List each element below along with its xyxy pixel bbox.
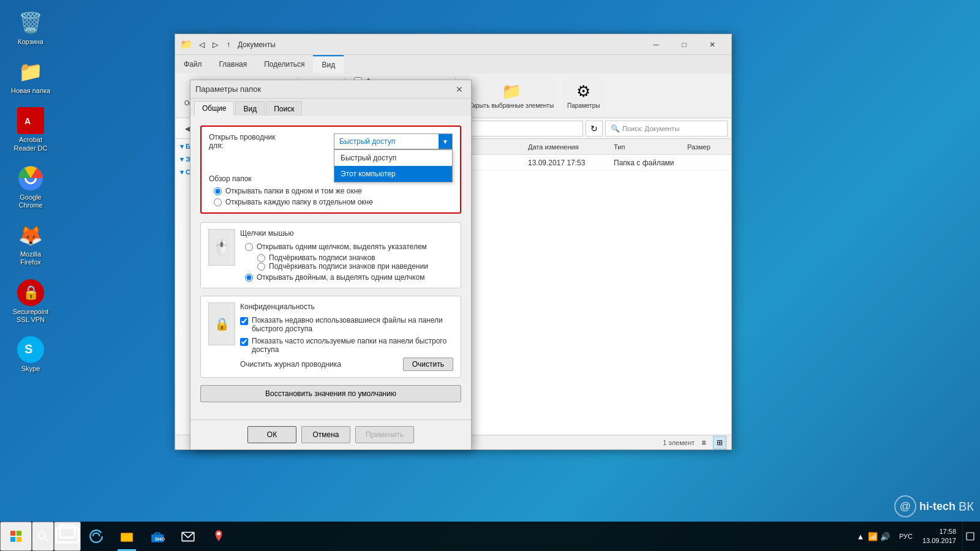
desktop-icon-firefox[interactable]: 🦊 MozillaFirefox [6,219,55,269]
dialog-title-bar: Параметры папок ✕ [190,80,471,99]
desktop-icon-folder[interactable]: 📁 Новая папка [6,55,55,98]
nav-back-title[interactable]: ◁ [196,39,207,50]
window-controls: ─ □ ✕ [642,34,726,55]
col-date[interactable]: Дата изменения [523,143,609,151]
ribbon-tab-file[interactable]: Файл [175,55,211,73]
notification-button[interactable] [962,522,977,551]
taskbar-maps[interactable] [203,522,234,551]
mouse-radio-input-0[interactable] [245,243,253,251]
taskbar-store[interactable]: SHOP [142,522,173,551]
clock-date: 13.09.2017 [922,536,956,545]
file-type: Папка с файлами [609,159,682,167]
dialog-tab-general[interactable]: Общие [194,101,234,116]
dialog-tab-search[interactable]: Поиск [266,101,302,116]
options-btn[interactable]: ⚙ Параметры [562,78,605,113]
cancel-button[interactable]: Отмена [301,426,350,443]
mouse-radio-label-2: Подчёркивать подписи значков при наведен… [269,262,428,271]
taskbar-edge[interactable] [81,522,111,551]
dropdown-menu: Быстрый доступ Этот компьютер [334,149,453,182]
dialog-body: Открыть проводникдля: Быстрый доступ ▼ Б… [190,116,471,419]
hide-selected-icon: 📁 [502,82,521,101]
clear-label: Очистить журнал проводника [240,360,341,369]
ribbon-tab-view[interactable]: Вид [313,55,344,73]
desktop-icon-vpn[interactable]: 🔒 SecurepointSSL VPN [6,276,55,327]
taskbar-file-explorer[interactable] [111,522,142,551]
mouse-radio-input-2[interactable] [257,263,265,271]
mouse-title: Щелчки мышью [240,229,453,238]
ribbon-tab-share[interactable]: Поделиться [255,55,313,73]
search-button[interactable] [32,522,54,551]
dropdown-arrow-icon: ▼ [439,134,452,149]
browse-radio-input-1[interactable] [214,198,222,206]
privacy-icon: 🔒 [208,302,235,345]
browse-radio-input-0[interactable] [214,187,222,195]
privacy-checkbox-0-row: Показать недавно использовавшиеся файлы … [240,316,453,333]
taskbar-right: ▲ 📶 🔊 РУС 17:58 13.09.2017 [850,522,980,551]
privacy-section: 🔒 Конфиденциальность Показать недавно ис… [200,296,461,378]
start-button[interactable] [0,522,32,551]
vpn-label: SecurepointSSL VPN [13,308,49,324]
tray-volume[interactable]: 🔊 [880,531,891,542]
nav-forward-title[interactable]: ▷ [209,39,221,50]
mouse-radio-input-3[interactable] [245,274,253,282]
svg-text:A: A [24,116,31,126]
refresh-button[interactable]: ↻ [586,121,603,137]
apply-button[interactable]: Применить [355,426,414,443]
hide-selected-btn[interactable]: 📁 Скрыть выбранные элементы [463,78,559,113]
window-title: Документы [238,40,638,49]
hide-selected-label: Скрыть выбранные элементы [469,102,554,109]
list-view-toggle[interactable]: ≡ [697,436,710,449]
window-icon: 📁 [180,39,192,51]
mouse-radio-label-3: Открывать двойным, а выделять одним щелч… [257,273,424,282]
ribbon-tabs: Файл Главная Поделиться Вид [175,55,731,73]
desktop-icon-recycle[interactable]: 🗑️ Корзина [6,6,55,49]
svg-text:SHOP: SHOP [155,536,165,542]
desktop-icon-acrobat[interactable]: A AcrobatReader DC [6,104,55,155]
dialog-close-button[interactable]: ✕ [453,83,466,96]
desktop: 🗑️ Корзина 📁 Новая папка A AcrobatReader… [0,0,980,551]
skype-icon: S [17,336,44,363]
detail-view-toggle[interactable]: ⊞ [713,436,726,449]
taskbar: SHOP ▲ 📶 🔊 [0,522,980,551]
ribbon-tab-home[interactable]: Главная [211,55,256,73]
file-explorer-taskbar-icon [119,529,134,544]
dropdown-box[interactable]: Быстрый доступ ▼ [334,133,453,149]
task-view-button[interactable] [54,522,81,551]
clear-button[interactable]: Очистить [403,358,453,371]
close-button[interactable]: ✕ [698,34,726,55]
taskbar-language[interactable]: РУС [895,533,916,540]
dropdown-option-0[interactable]: Быстрый доступ [334,150,452,166]
acrobat-label: AcrobatReader DC [13,136,47,152]
mouse-radio-0: Открывать одним щелчком, выделять указат… [245,242,453,251]
ok-button[interactable]: ОК [247,426,296,443]
desktop-icon-chrome[interactable]: GoogleChrome [6,162,55,212]
minimize-button[interactable]: ─ [642,34,670,55]
options-icon: ⚙ [576,82,590,101]
taskbar-mail[interactable] [173,522,203,551]
col-type[interactable]: Тип [609,143,682,151]
maps-taskbar-icon [211,529,226,544]
search-placeholder: Поиск: Документы [622,125,679,132]
privacy-checkbox-0[interactable] [240,317,248,325]
hitech-watermark: @ hi-tech ВК [894,495,974,517]
task-view-icon [55,524,80,549]
svg-point-11 [39,532,45,539]
restore-defaults-button[interactable]: Восстановить значения по умолчанию [200,385,461,402]
mouse-radio-label-1: Подчёркивать подписи значков [269,253,375,262]
mouse-radio-input-1[interactable] [257,254,265,262]
notification-icon [966,532,974,541]
nav-up-title[interactable]: ↑ [223,39,234,50]
search-field[interactable]: 🔍 Поиск: Документы [605,121,728,137]
col-size[interactable]: Размер [682,143,731,151]
desktop-icon-skype[interactable]: S Skype [6,333,55,376]
firefox-label: MozillaFirefox [20,250,41,266]
maximize-button[interactable]: □ [670,34,698,55]
privacy-content: Конфиденциальность Показать недавно испо… [240,302,453,371]
chrome-icon [17,165,44,192]
tray-wifi[interactable]: 📶 [867,531,878,542]
privacy-checkbox-1[interactable] [240,338,248,346]
dropdown-option-1[interactable]: Этот компьютер [334,166,452,182]
tray-expand[interactable]: ▲ [855,531,866,542]
taskbar-clock[interactable]: 17:58 13.09.2017 [916,527,962,546]
dialog-tab-view[interactable]: Вид [235,101,265,116]
